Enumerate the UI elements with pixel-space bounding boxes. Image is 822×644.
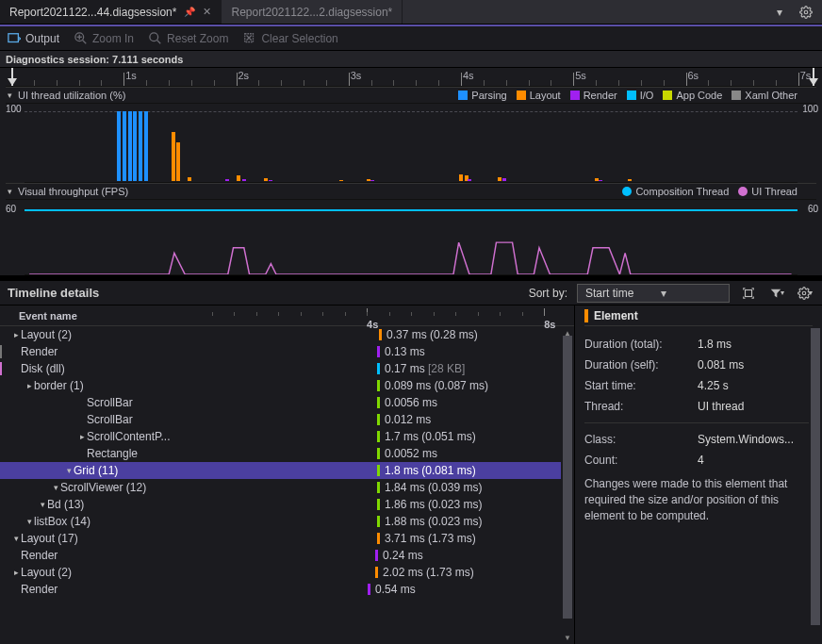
gear-icon[interactable] (799, 6, 813, 19)
event-row[interactable]: Layout (2)2.02 ms (1.73 ms) (0, 564, 574, 581)
chart-bar (237, 175, 240, 181)
expand-arrow-icon[interactable] (11, 568, 21, 577)
event-row[interactable]: ScrollBar0.0056 ms (0, 394, 574, 411)
event-row[interactable]: Layout (2)0.37 ms (0.28 ms) (0, 326, 574, 343)
chart-bar (269, 180, 272, 181)
event-row[interactable]: listBox (14)1.88 ms (0.023 ms) (0, 513, 574, 530)
sort-dropdown[interactable]: Start time ▾ (577, 284, 730, 303)
event-name: Grid (11) (74, 464, 118, 477)
filter-icon[interactable]: ▾ (767, 284, 786, 303)
expand-arrow-icon[interactable] (38, 500, 47, 509)
event-name: Layout (2) (21, 566, 72, 579)
legend-swatch (738, 187, 748, 196)
clear-selection-icon (243, 32, 256, 45)
prop-val: System.Windows... (698, 433, 794, 446)
sort-by-label: Sort by: (529, 287, 567, 300)
event-marker (377, 465, 380, 476)
frame-select-icon[interactable] (739, 284, 758, 303)
properties-scrollbar[interactable] (809, 326, 822, 644)
legend-item: Composition Thread (622, 186, 729, 197)
chart-bar (264, 178, 268, 181)
utilization-chart[interactable]: 100 100 (25, 104, 797, 183)
chart-bar (628, 179, 632, 181)
y-label-max-right: 60 (808, 204, 818, 214)
event-row[interactable]: Rectangle0.0052 ms (0, 445, 574, 462)
expand-arrow-icon[interactable] (25, 517, 34, 526)
event-duration: 0.24 ms (383, 549, 423, 562)
collapse-icon[interactable]: ▾ (8, 187, 12, 196)
clear-selection-button[interactable]: Clear Selection (243, 32, 337, 45)
ruler-handle-start-grip[interactable] (8, 78, 17, 86)
reset-zoom-button[interactable]: Reset Zoom (149, 32, 228, 45)
chevron-down-icon: ▾ (653, 287, 729, 300)
event-row[interactable]: Grid (11)1.8 ms (0.081 ms) (0, 462, 574, 479)
event-row[interactable]: border (1)0.089 ms (0.087 ms) (0, 377, 574, 394)
event-row[interactable]: Render0.13 ms (0, 343, 574, 360)
prop-key: Class: (584, 433, 698, 446)
event-duration: 1.88 ms (0.023 ms) (385, 515, 482, 528)
legend-item: Layout (517, 90, 561, 101)
expand-arrow-icon[interactable] (64, 466, 74, 475)
expand-arrow-icon[interactable] (77, 432, 87, 441)
time-ruler[interactable]: 1s2s3s4s5s6s7s (6, 68, 816, 87)
output-button[interactable]: Output (8, 32, 59, 45)
legend-swatch (732, 91, 741, 100)
event-row[interactable]: ScrollBar0.012 ms (0, 411, 574, 428)
output-label: Output (25, 32, 59, 45)
column-event-name[interactable]: Event name (0, 310, 189, 322)
tab-strip: Report2021122...44.diagsession* 📌 ✕ Repo… (0, 0, 822, 25)
event-row[interactable]: ScrollContentP...1.7 ms (0.051 ms) (0, 428, 574, 445)
chart-bar (242, 179, 246, 181)
event-marker (377, 482, 380, 493)
event-name: Layout (17) (21, 532, 78, 545)
svg-line-3 (83, 40, 87, 43)
expand-arrow-icon[interactable] (51, 483, 60, 492)
event-duration: 0.17 ms [28 KB] (385, 362, 465, 375)
output-icon (8, 32, 21, 45)
settings-gear-icon[interactable]: ▾ (796, 284, 814, 303)
event-row[interactable]: Layout (17)3.71 ms (1.73 ms) (0, 530, 574, 547)
event-marker (377, 346, 380, 357)
ui-thread-line (25, 200, 797, 274)
prop-key: Count: (584, 454, 698, 467)
close-icon[interactable]: ✕ (203, 6, 211, 18)
pin-icon[interactable]: 📌 (184, 7, 195, 17)
document-tab-active[interactable]: Report2021122...44.diagsession* 📌 ✕ (0, 0, 222, 24)
scrollbar-thumb[interactable] (563, 336, 572, 619)
event-tree[interactable]: Layout (2)0.37 ms (0.28 ms)Render0.13 ms… (0, 326, 574, 644)
scroll-down-icon[interactable]: ▼ (561, 631, 574, 644)
session-label: Diagnostics session: 7.111 seconds (0, 51, 822, 68)
event-marker (377, 397, 380, 408)
fps-header[interactable]: ▾ Visual throughput (FPS) Composition Th… (6, 183, 816, 200)
legend-item: Parsing (458, 90, 506, 101)
collapse-icon[interactable]: ▾ (8, 91, 12, 100)
event-duration: 1.84 ms (0.039 ms) (385, 481, 482, 494)
y-label-max-right: 100 (802, 104, 818, 114)
event-name: Rectangle (87, 447, 138, 460)
tab-overflow-icon[interactable]: ▾ (771, 6, 788, 19)
event-row[interactable]: ScrollViewer (12)1.84 ms (0.039 ms) (0, 479, 574, 496)
sort-value: Start time (578, 287, 653, 300)
event-row[interactable]: Render0.24 ms (0, 547, 574, 564)
vertical-scrollbar[interactable]: ▲ ▼ (561, 326, 574, 644)
ruler-label: 3s (351, 70, 362, 81)
chart-bar (225, 179, 229, 181)
chart-bar (133, 111, 137, 181)
event-marker (377, 448, 380, 459)
utilization-header[interactable]: ▾ UI thread utilization (%) ParsingLayou… (6, 87, 816, 104)
document-tab[interactable]: Report2021122...2.diagsession* (222, 0, 403, 24)
scrollbar-thumb[interactable] (811, 328, 820, 625)
legend-label: Render (584, 90, 617, 101)
ruler-label: 6s (688, 70, 699, 81)
fps-chart[interactable]: 60 60 (25, 200, 797, 275)
svg-point-0 (804, 10, 808, 14)
event-row[interactable]: Disk (dll)0.17 ms [28 KB] (0, 360, 574, 377)
legend-label: App Code (676, 90, 722, 101)
event-row[interactable]: Bd (13)1.86 ms (0.023 ms) (0, 496, 574, 513)
event-row[interactable]: Render0.54 ms (0, 581, 574, 598)
zoom-in-button[interactable]: Zoom In (74, 32, 134, 45)
chart-bar (498, 177, 501, 181)
expand-arrow-icon[interactable] (11, 534, 21, 543)
expand-arrow-icon[interactable] (11, 330, 21, 339)
expand-arrow-icon[interactable] (25, 381, 34, 390)
